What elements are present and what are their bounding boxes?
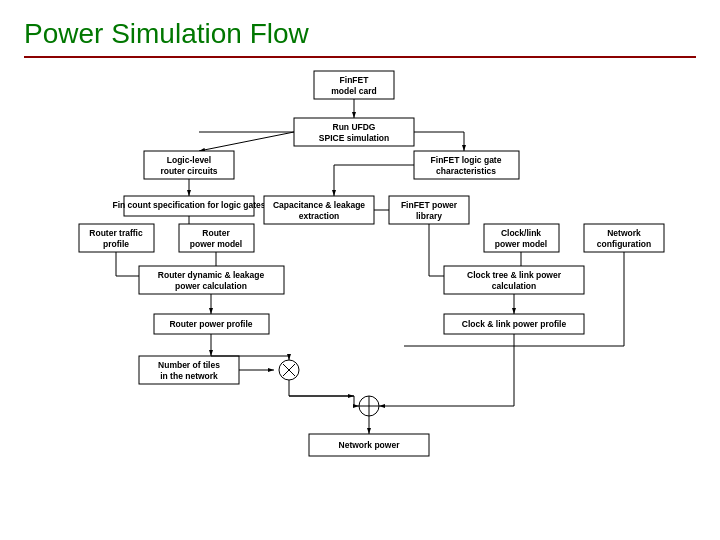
svg-line-10 [199,132,294,151]
page-title: Power Simulation Flow [24,18,696,50]
svg-text:configuration: configuration [597,239,651,249]
svg-text:Network: Network [607,228,641,238]
svg-text:Router power profile: Router power profile [169,319,252,329]
svg-text:in the network: in the network [160,371,218,381]
svg-text:Clock tree & link power: Clock tree & link power [467,270,562,280]
svg-text:Capacitance & leakage: Capacitance & leakage [273,200,365,210]
flow-diagram: FinFET model card Run UFDG SPICE simulat… [24,66,696,496]
slide: Power Simulation Flow FinFET model card … [0,0,720,540]
svg-text:calculation: calculation [492,281,536,291]
svg-text:FinFET: FinFET [340,75,370,85]
svg-text:FinFET logic gate: FinFET logic gate [431,155,502,165]
svg-text:characteristics: characteristics [436,166,496,176]
svg-text:Router traffic: Router traffic [89,228,143,238]
svg-text:Number of tiles: Number of tiles [158,360,220,370]
svg-text:FinFET power: FinFET power [401,200,458,210]
svg-text:Network power: Network power [339,440,401,450]
svg-text:power model: power model [495,239,547,249]
svg-text:model card: model card [331,86,376,96]
title-divider [24,56,696,58]
svg-text:Logic-level: Logic-level [167,155,211,165]
svg-text:profile: profile [103,239,129,249]
svg-text:library: library [416,211,442,221]
svg-text:extraction: extraction [299,211,340,221]
svg-text:Run UFDG: Run UFDG [333,122,376,132]
svg-text:Fin count specification for lo: Fin count specification for logic gates [112,200,265,210]
svg-text:Clock/link: Clock/link [501,228,541,238]
svg-text:Router dynamic & leakage: Router dynamic & leakage [158,270,265,280]
svg-text:power model: power model [190,239,242,249]
svg-text:router circuits: router circuits [160,166,217,176]
svg-text:SPICE simulation: SPICE simulation [319,133,389,143]
svg-text:Router: Router [202,228,230,238]
svg-text:power calculation: power calculation [175,281,247,291]
svg-text:Clock & link power profile: Clock & link power profile [462,319,567,329]
